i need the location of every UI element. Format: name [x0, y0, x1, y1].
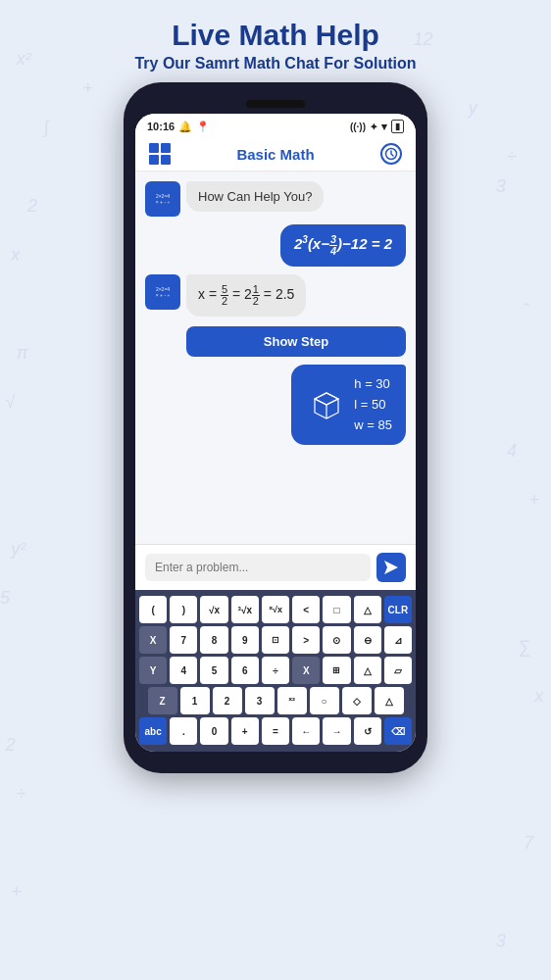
box3d-icon	[305, 385, 344, 424]
location-icon: 📍	[196, 121, 210, 133]
bot-greeting-row: 2×2=4 × + - ÷ How Can Help You?	[145, 181, 406, 217]
key-box3d[interactable]: ⊞	[323, 657, 350, 684]
key-div[interactable]: ÷	[262, 657, 289, 684]
key-cbrt[interactable]: ³√x	[231, 596, 259, 623]
chat-area: 2×2=4 × + - ÷ How Can Help You? 23(x−34)…	[135, 172, 416, 544]
bot-avatar-2: 2×2=4 × + - ÷	[145, 274, 180, 310]
page-subtitle: Try Our Samrt Math Chat For Solution	[20, 55, 531, 73]
signal-icon: ▾	[381, 121, 387, 133]
keyboard-row-2: X 7 8 9 ⊡ > ⊙ ⊖ ⊿	[139, 626, 412, 654]
key-8[interactable]: 8	[200, 626, 227, 654]
user-equation-bubble: 23(x−34)−12 = 2	[280, 224, 406, 267]
key-x-mult[interactable]: X	[292, 657, 320, 684]
battery-icon: ▮	[391, 120, 404, 133]
key-triangle-outline[interactable]: △	[354, 596, 381, 623]
key-plus[interactable]: +	[231, 717, 259, 745]
key-circle[interactable]: ○	[310, 687, 339, 714]
key-diamond[interactable]: ◇	[342, 687, 372, 714]
phone-screen: 10:16 🔔 📍 ((·)) ✦ ▾ ▮ Basic Math	[135, 114, 416, 752]
key-triangle-filled[interactable]: △	[354, 657, 381, 684]
key-7[interactable]: 7	[170, 626, 197, 654]
phone-frame: 10:16 🔔 📍 ((·)) ✦ ▾ ▮ Basic Math	[124, 82, 427, 773]
answer-bubble: x = 52 = 212 = 2.5	[186, 274, 306, 317]
keyboard-row-3: Y 4 5 6 ÷ X ⊞ △ ▱	[139, 657, 412, 684]
nav-title: Basic Math	[236, 146, 314, 163]
phone-notch	[246, 100, 305, 108]
app-navbar: Basic Math	[135, 137, 416, 172]
key-1[interactable]: 1	[180, 687, 210, 714]
box-l-label: l = 50	[354, 395, 392, 416]
bluetooth-icon: ✦	[370, 122, 377, 132]
bot-answer-row: 2×2=4 × + - ÷ x = 52 = 212 = 2.5	[145, 274, 406, 317]
box-h-label: h = 30	[354, 374, 392, 395]
keyboard-row-4: Z 1 2 3 ˣ² ○ ◇ △	[139, 687, 412, 714]
wifi-icon: ((·))	[350, 122, 366, 132]
key-4[interactable]: 4	[170, 657, 197, 684]
key-abc[interactable]: abc	[139, 717, 167, 745]
key-backspace[interactable]: ⌫	[384, 717, 412, 745]
bot-greeting-bubble: How Can Help You?	[186, 181, 324, 212]
status-time: 10:16	[147, 121, 175, 132]
key-undo[interactable]: ↺	[354, 717, 381, 745]
box3d-text: h = 30 l = 50 w = 85	[354, 374, 392, 435]
problem-input[interactable]	[145, 554, 371, 581]
key-clr[interactable]: CLR	[384, 596, 412, 623]
key-9[interactable]: 9	[231, 626, 259, 654]
send-button[interactable]	[376, 553, 406, 582]
user-equation-row: 23(x−34)−12 = 2	[145, 224, 406, 267]
key-left-arrow[interactable]: ←	[292, 717, 320, 745]
show-step-button[interactable]: Show Step	[186, 326, 406, 357]
keyboard-row-5: abc . 0 + = ← → ↺ ⌫	[139, 717, 412, 745]
box3d-bubble: h = 30 l = 50 w = 85	[291, 365, 406, 445]
box3d-row: h = 30 l = 50 w = 85	[145, 365, 406, 445]
key-3[interactable]: 3	[245, 687, 275, 714]
key-circle-minus[interactable]: ⊖	[354, 626, 381, 654]
key-cylinder[interactable]: ⊙	[323, 626, 350, 654]
key-tri-sm[interactable]: △	[375, 687, 404, 714]
history-icon[interactable]	[380, 143, 402, 165]
status-bar-left: 10:16 🔔 📍	[147, 121, 210, 133]
key-sq-select[interactable]: ˣ²	[277, 687, 307, 714]
svg-marker-5	[315, 393, 338, 405]
keyboard-row-1: ( ) √x ³√x ˣ√x < □ △ CLR	[139, 596, 412, 623]
grid-icon[interactable]	[149, 143, 171, 165]
box-w-label: w = 85	[354, 416, 392, 436]
phone-bottom	[135, 752, 416, 761]
send-icon	[384, 561, 398, 574]
page-title: Live Math Help	[20, 18, 531, 53]
key-frac-box[interactable]: ⊡	[262, 626, 289, 654]
key-0[interactable]: 0	[200, 717, 227, 745]
key-close-paren[interactable]: )	[170, 596, 197, 623]
key-x-var[interactable]: X	[139, 626, 167, 654]
key-dot[interactable]: .	[170, 717, 197, 745]
key-parallelogram[interactable]: ▱	[384, 657, 412, 684]
key-open-paren[interactable]: (	[139, 596, 167, 623]
keyboard: ( ) √x ³√x ˣ√x < □ △ CLR X 7 8 9 ⊡ > ⊙ ⊖…	[135, 590, 416, 752]
key-6[interactable]: 6	[231, 657, 259, 684]
status-bar: 10:16 🔔 📍 ((·)) ✦ ▾ ▮	[135, 114, 416, 137]
key-sqrt[interactable]: √x	[200, 596, 227, 623]
phone-notch-area	[135, 94, 416, 114]
key-xrt[interactable]: ˣ√x	[262, 596, 289, 623]
key-right-tri[interactable]: ⊿	[384, 626, 412, 654]
user-equation-text: 23(x−34)−12 = 2	[294, 235, 392, 252]
key-less[interactable]: <	[292, 596, 320, 623]
bell-icon: 🔔	[178, 121, 192, 133]
bot-avatar: 2×2=4 × + - ÷	[145, 181, 180, 217]
key-right-arrow[interactable]: →	[323, 717, 350, 745]
key-equals[interactable]: =	[262, 717, 289, 745]
key-rect[interactable]: □	[323, 596, 350, 623]
input-area	[135, 544, 416, 590]
key-greater[interactable]: >	[292, 626, 320, 654]
key-z-var[interactable]: Z	[148, 687, 177, 714]
key-5[interactable]: 5	[200, 657, 227, 684]
page-header: Live Math Help Try Our Samrt Math Chat F…	[0, 0, 551, 82]
key-y-var[interactable]: Y	[139, 657, 167, 684]
status-bar-right: ((·)) ✦ ▾ ▮	[350, 120, 404, 133]
svg-marker-6	[384, 561, 398, 574]
key-2[interactable]: 2	[213, 687, 242, 714]
